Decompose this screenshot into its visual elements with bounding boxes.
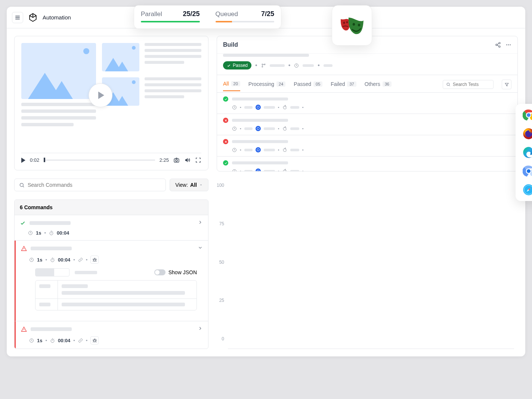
- command-search-input[interactable]: [28, 182, 161, 188]
- playwright-logo-card: [332, 5, 372, 46]
- show-json-label: Show JSON: [168, 269, 197, 275]
- y-tick: 0: [222, 336, 224, 341]
- show-json-toggle[interactable]: [154, 269, 166, 275]
- warning-icon: [21, 245, 27, 251]
- tab-others[interactable]: Others36: [365, 81, 392, 91]
- command-search[interactable]: [14, 179, 166, 191]
- build-card: Build Passed •: [217, 36, 518, 171]
- chart: 1007550250: [217, 183, 518, 349]
- svg-point-24: [499, 42, 500, 44]
- chevron-down-icon: [199, 183, 203, 187]
- svg-point-27: [506, 44, 507, 46]
- chromium-icon[interactable]: [523, 165, 532, 177]
- command-row[interactable]: 1s•00:04••: [15, 321, 208, 349]
- playwright-masks-icon: [340, 15, 364, 35]
- share-icon[interactable]: [495, 42, 501, 48]
- command-row[interactable]: 1s•00:04: [15, 215, 208, 241]
- svg-point-19: [51, 259, 54, 262]
- svg-point-22: [51, 339, 54, 343]
- chevron-down-icon: [198, 245, 203, 250]
- svg-point-25: [496, 44, 497, 46]
- tab-processing[interactable]: Processing24: [248, 81, 286, 91]
- test-search-input[interactable]: [453, 82, 490, 87]
- svg-point-29: [510, 44, 511, 46]
- test-row[interactable]: •••: [217, 93, 517, 114]
- command-row[interactable]: 1s•00:04•• Show JSON: [15, 241, 208, 321]
- browser-rail: [516, 104, 532, 201]
- close-icon: [223, 118, 228, 123]
- warning-icon: [21, 326, 27, 332]
- queued-value: 7/25: [261, 10, 274, 18]
- apple-icon: [282, 169, 287, 171]
- clock-icon: [232, 105, 237, 110]
- check-icon: [223, 96, 228, 102]
- check-icon: [223, 160, 228, 166]
- play-overlay-button[interactable]: [89, 83, 112, 107]
- tab-all[interactable]: All20: [223, 81, 240, 91]
- menu-button[interactable]: [12, 12, 23, 23]
- branch-icon: [261, 63, 266, 68]
- debug-button[interactable]: [90, 336, 99, 344]
- safari-icon[interactable]: [523, 184, 532, 196]
- svg-point-30: [262, 64, 263, 65]
- svg-point-36: [257, 106, 259, 108]
- svg-rect-23: [94, 340, 96, 342]
- status-badge-label: Passed: [233, 63, 248, 68]
- chevron-right-icon: [198, 326, 203, 331]
- camera-icon[interactable]: [173, 157, 180, 163]
- page-title: Automation: [43, 14, 71, 21]
- fullscreen-icon[interactable]: [195, 157, 201, 163]
- video-progress[interactable]: [44, 160, 155, 161]
- y-tick: 100: [217, 183, 224, 188]
- svg-point-26: [499, 46, 500, 47]
- y-tick: 75: [219, 221, 224, 226]
- play-button[interactable]: [21, 158, 25, 163]
- svg-point-34: [447, 83, 449, 86]
- parallel-label: Parallel: [141, 10, 162, 18]
- debug-button[interactable]: [90, 256, 99, 264]
- link-icon[interactable]: [78, 338, 83, 343]
- test-row[interactable]: •••: [217, 157, 517, 171]
- filter-button[interactable]: [502, 80, 511, 89]
- tab-passed[interactable]: Passed05: [294, 81, 322, 91]
- test-row[interactable]: •••: [217, 114, 517, 135]
- edge-icon[interactable]: [523, 146, 532, 158]
- video-thumbnail: [21, 43, 96, 99]
- apple-icon: [282, 105, 287, 110]
- tab-failed[interactable]: Failed37: [331, 81, 356, 91]
- parallel-value: 25/25: [183, 10, 200, 18]
- clock-icon: [29, 338, 34, 343]
- view-filter-value: All: [190, 182, 197, 188]
- queued-label: Queued: [216, 10, 238, 18]
- test-row[interactable]: •••: [217, 135, 517, 157]
- chrome-icon[interactable]: [523, 109, 532, 121]
- volume-icon[interactable]: [184, 157, 191, 163]
- clock-icon: [232, 148, 237, 152]
- app-window: Automation Parallel 25/25 Queued 7/25: [7, 7, 525, 356]
- svg-point-0: [343, 22, 345, 24]
- view-filter-button[interactable]: View: All: [170, 179, 208, 191]
- svg-rect-20: [94, 259, 96, 261]
- svg-point-2: [353, 23, 355, 25]
- y-tick: 25: [219, 298, 224, 303]
- video-thumbnail: [102, 43, 139, 71]
- clock-icon: [294, 63, 299, 68]
- more-icon[interactable]: [505, 42, 511, 48]
- firefox-icon[interactable]: [523, 128, 532, 140]
- test-search[interactable]: [443, 80, 494, 89]
- svg-point-14: [176, 160, 177, 161]
- clock-icon: [232, 169, 237, 171]
- stopwatch-icon: [49, 231, 54, 235]
- link-icon[interactable]: [78, 257, 83, 262]
- status-badge: Passed: [223, 61, 251, 69]
- chevron-right-icon: [198, 220, 203, 225]
- clock-icon: [232, 126, 237, 131]
- svg-point-1: [346, 21, 348, 24]
- svg-point-31: [262, 66, 263, 67]
- browser-icon: [256, 105, 261, 110]
- apple-icon: [282, 148, 287, 152]
- svg-point-40: [257, 149, 259, 151]
- svg-point-42: [257, 170, 259, 171]
- check-icon: [20, 220, 26, 226]
- svg-point-38: [257, 127, 259, 130]
